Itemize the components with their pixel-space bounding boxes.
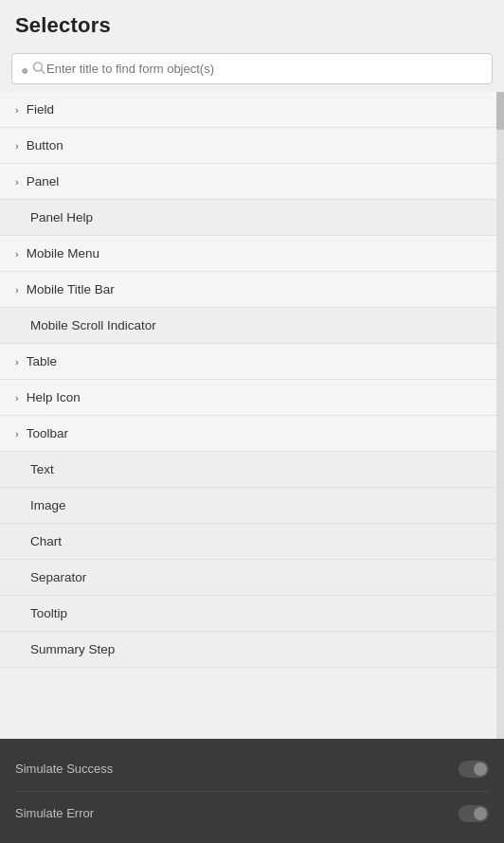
scrollbar-track: ▲: [496, 92, 504, 739]
list-item-label: Text: [30, 462, 54, 476]
list-item-panel[interactable]: ›Panel: [0, 164, 504, 200]
list-item-label: Toolbar: [27, 426, 68, 440]
simulate-error-row: Simulate Error: [15, 792, 489, 835]
arrow-icon: ›: [15, 140, 19, 152]
arrow-icon: ›: [15, 104, 19, 116]
simulate-error-toggle[interactable]: [459, 805, 489, 822]
arrow-icon: ›: [15, 428, 19, 439]
selectors-list: ›Field›Button›PanelPanel Help›Mobile Men…: [0, 92, 504, 739]
arrow-icon: ›: [15, 284, 19, 296]
search-container: ●: [11, 53, 493, 84]
list-item-help-icon[interactable]: ›Help Icon: [0, 380, 504, 416]
list-item-mobile-scroll-indicator[interactable]: Mobile Scroll Indicator: [0, 308, 504, 344]
list-item-button[interactable]: ›Button: [0, 128, 504, 164]
list-item-text[interactable]: Text: [0, 452, 504, 488]
arrow-icon: ›: [15, 248, 19, 260]
list-item-label: Panel Help: [30, 210, 93, 224]
list-item-summary-step[interactable]: Summary Step: [0, 632, 504, 668]
header: Selectors: [0, 0, 504, 47]
list-item-label: Image: [30, 498, 66, 512]
list-item-label: Summary Step: [30, 642, 115, 656]
page-title: Selectors: [15, 13, 111, 37]
list-item-label: Tooltip: [30, 606, 67, 620]
list-item-label: Panel: [27, 174, 60, 188]
bottom-bar: Simulate Success Simulate Error: [0, 739, 504, 843]
arrow-icon: ›: [15, 392, 19, 404]
list-item-label: Mobile Title Bar: [27, 282, 115, 296]
list-item-label: Table: [27, 354, 57, 368]
arrow-icon: ›: [15, 176, 19, 188]
main-container: Selectors ● ›Field›Button›PanelPanel Hel…: [0, 0, 504, 739]
list-item-label: Mobile Scroll Indicator: [30, 318, 156, 332]
search-input[interactable]: [11, 53, 493, 84]
list-item-field[interactable]: ›Field: [0, 92, 504, 128]
toggle-knob: [474, 807, 487, 820]
list-item-label: Button: [27, 138, 63, 152]
list-item-label: Help Icon: [27, 390, 81, 404]
simulate-success-label: Simulate Success: [15, 762, 113, 776]
list-item-mobile-title-bar[interactable]: ›Mobile Title Bar: [0, 272, 504, 308]
list-item-table[interactable]: ›Table: [0, 344, 504, 380]
list-item-label: Mobile Menu: [27, 246, 99, 260]
list-item-chart[interactable]: Chart: [0, 524, 504, 560]
simulate-success-toggle[interactable]: [459, 761, 489, 778]
toggle-knob: [474, 762, 487, 776]
list-item-panel-help[interactable]: Panel Help: [0, 200, 504, 236]
list-item-tooltip[interactable]: Tooltip: [0, 596, 504, 632]
list-item-label: Field: [27, 102, 54, 117]
simulate-error-label: Simulate Error: [15, 806, 94, 820]
list-item-separator[interactable]: Separator: [0, 560, 504, 596]
list-item-label: Chart: [30, 534, 62, 548]
simulate-success-row: Simulate Success: [15, 747, 489, 792]
list-item-label: Separator: [30, 570, 86, 584]
list-item-toolbar[interactable]: ›Toolbar: [0, 416, 504, 452]
arrow-icon: ›: [15, 356, 19, 368]
scrollbar-thumb[interactable]: [496, 92, 504, 130]
list-item-mobile-menu[interactable]: ›Mobile Menu: [0, 236, 504, 272]
list-item-image[interactable]: Image: [0, 488, 504, 524]
